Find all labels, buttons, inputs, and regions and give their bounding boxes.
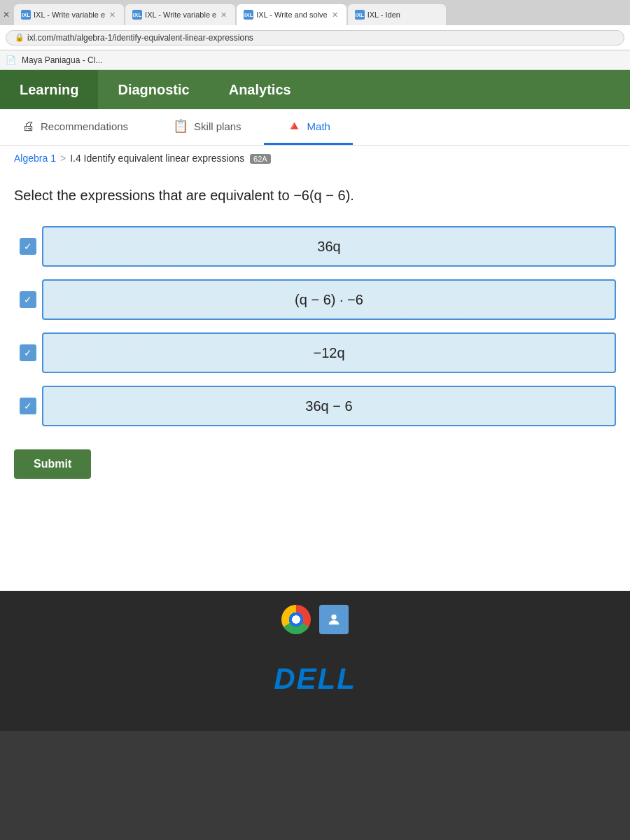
check-mark-2: ✓ [20, 291, 36, 308]
sec-nav-math-label: Math [307, 120, 330, 132]
sec-nav-recommendations[interactable]: 🖨 Recommendations [0, 109, 150, 145]
submit-button[interactable]: Submit [14, 449, 91, 479]
answer-box-3[interactable]: −12q [42, 332, 616, 373]
address-text: ixl.com/math/algebra-1/identify-equivale… [27, 33, 253, 43]
check-box-3: ✓ [14, 332, 42, 374]
tab-3-favicon: IXL [244, 10, 253, 20]
tab-4-title: IXL - Iden [368, 10, 439, 19]
chrome-icon[interactable] [281, 605, 311, 634]
secondary-nav: 🖨 Recommendations 📋 Skill plans 🔺 Math [0, 109, 630, 146]
tab-3[interactable]: IXL IXL - Write and solve ✕ [237, 4, 346, 25]
nav-diagnostic[interactable]: Diagnostic [98, 70, 209, 109]
recommendations-icon: 🖨 [22, 119, 35, 134]
nav-analytics-label: Analytics [229, 82, 291, 98]
main-content: Select the expressions that are equivale… [0, 171, 630, 591]
breadcrumb-parent[interactable]: Algebra 1 [14, 153, 56, 164]
nav-learning-label: Learning [20, 82, 78, 98]
taskbar [281, 605, 349, 634]
nav-learning[interactable]: Learning [0, 70, 98, 109]
tab-1-close[interactable]: ✕ [108, 10, 117, 20]
nav-analytics[interactable]: Analytics [209, 70, 311, 109]
lock-icon: 🔒 [15, 33, 24, 42]
breadcrumb-badge: 62A [250, 154, 271, 164]
answer-label-4: 36q − 6 [305, 398, 352, 414]
address-bar[interactable]: 🔒 ixl.com/math/algebra-1/identify-equiva… [6, 30, 624, 46]
bookmarks-bar: 📄 Maya Paniagua - Cl... [0, 50, 630, 70]
sec-nav-skill-plans[interactable]: 📋 Skill plans [150, 109, 264, 145]
bookmark-maya[interactable]: Maya Paniagua - Cl... [22, 55, 102, 65]
tab-3-close[interactable]: ✕ [330, 10, 340, 20]
tab-2-favicon: IXL [132, 10, 142, 20]
ixl-app: Learning Diagnostic Analytics 🖨 Recommen… [0, 70, 630, 591]
check-box-1: ✓ [14, 225, 42, 267]
tab-4-favicon: IXL [355, 10, 365, 20]
answer-option-4[interactable]: ✓ 36q − 6 [14, 385, 616, 427]
check-mark-3: ✓ [20, 344, 36, 361]
answer-label-1: 36q [317, 239, 340, 255]
main-nav: Learning Diagnostic Analytics [0, 70, 630, 109]
dell-logo: DELL [274, 662, 356, 696]
tab-1[interactable]: IXL IXL - Write variable e ✕ [14, 4, 124, 25]
check-mark-4: ✓ [20, 398, 36, 414]
tab-4[interactable]: IXL IXL - Iden [348, 4, 446, 25]
answer-label-3: −12q [313, 345, 344, 361]
address-bar-row: 🔒 ixl.com/math/algebra-1/identify-equiva… [0, 25, 630, 50]
sec-nav-recommendations-label: Recommendations [41, 120, 128, 132]
user-icon[interactable] [319, 605, 349, 634]
math-icon: 🔺 [286, 118, 302, 134]
bookmark-icon: 📄 [6, 55, 16, 65]
tab-2-close[interactable]: ✕ [219, 10, 228, 20]
breadcrumb-current: I.4 Identify equivalent linear expressio… [70, 153, 271, 164]
taskbar-area: DELL [0, 591, 630, 731]
question-text: Select the expressions that are equivale… [14, 185, 616, 206]
tab-bar: ✕ IXL IXL - Write variable e ✕ IXL IXL -… [0, 0, 630, 25]
tab-1-title: IXL - Write variable e [34, 10, 105, 19]
tab-close-x[interactable]: ✕ [0, 10, 13, 20]
check-box-2: ✓ [14, 279, 42, 321]
answer-label-2: (q − 6) · −6 [295, 292, 363, 308]
answer-box-1[interactable]: 36q [42, 226, 616, 267]
tab-2[interactable]: IXL IXL - Write variable e ✕ [125, 4, 235, 25]
breadcrumb: Algebra 1 > I.4 Identify equivalent line… [0, 146, 630, 171]
breadcrumb-separator: > [60, 153, 66, 164]
answer-box-2[interactable]: (q − 6) · −6 [42, 279, 616, 320]
svg-point-0 [331, 615, 336, 620]
sec-nav-skill-plans-label: Skill plans [194, 120, 241, 132]
sec-nav-math[interactable]: 🔺 Math [264, 109, 353, 145]
browser-chrome: ✕ IXL IXL - Write variable e ✕ IXL IXL -… [0, 0, 630, 70]
skill-plans-icon: 📋 [173, 118, 188, 134]
check-box-4: ✓ [14, 385, 42, 427]
check-mark-1: ✓ [20, 238, 36, 255]
answer-box-4[interactable]: 36q − 6 [42, 386, 616, 426]
answer-option-2[interactable]: ✓ (q − 6) · −6 [14, 279, 616, 321]
tab-2-title: IXL - Write variable e [145, 10, 216, 19]
answer-option-1[interactable]: ✓ 36q [14, 225, 616, 267]
answer-option-3[interactable]: ✓ −12q [14, 332, 616, 374]
tab-1-favicon: IXL [21, 10, 31, 20]
nav-diagnostic-label: Diagnostic [118, 82, 189, 98]
tab-3-title: IXL - Write and solve [256, 10, 328, 19]
